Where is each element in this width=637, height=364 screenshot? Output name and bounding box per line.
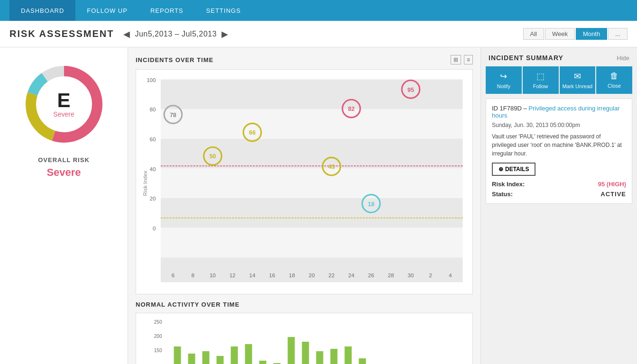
svg-rect-59 — [359, 358, 366, 364]
details-btn-label: DETAILS — [505, 166, 529, 173]
svg-rect-9 — [161, 198, 463, 228]
follow-button[interactable]: ⬚ Follow — [523, 66, 559, 94]
svg-text:2: 2 — [429, 273, 432, 278]
status-row: Status: ACTIVE — [492, 191, 626, 198]
svg-rect-50 — [231, 346, 238, 364]
svg-text:4: 4 — [449, 273, 452, 278]
svg-text:12: 12 — [230, 273, 236, 278]
risk-index-row: Risk Index: 95 (HIGH) — [492, 181, 626, 188]
follow-icon: ⬚ — [536, 71, 545, 82]
period-more[interactable]: ... — [608, 28, 628, 40]
status-value: ACTIVE — [600, 191, 626, 198]
incidents-title: INCIDENTS OVER TIME — [136, 56, 213, 64]
svg-rect-54 — [288, 337, 295, 364]
period-all[interactable]: All — [523, 28, 544, 40]
main-content: E Severe OVERALL RISK Severe INCIDENTS O… — [0, 47, 637, 364]
svg-rect-49 — [217, 356, 224, 364]
next-date-button[interactable]: ▶ — [222, 29, 228, 39]
normal-activity-section-title: NORMAL ACTIVITY OVER TIME — [136, 301, 473, 308]
svg-text:20: 20 — [309, 273, 315, 278]
svg-text:60: 60 — [150, 136, 156, 142]
hide-link[interactable]: Hide — [617, 55, 629, 62]
svg-rect-52 — [259, 361, 267, 364]
svg-text:Risk Index: Risk Index — [142, 171, 148, 196]
header-bar: RISK ASSESSMENT ◀ Jun5,2013 – Jul5,2013 … — [0, 21, 637, 47]
right-panel: INCIDENT SUMMARY Hide ↪ Notify ⬚ Follow … — [480, 47, 637, 364]
svg-rect-7 — [161, 139, 463, 169]
svg-text:43: 43 — [328, 164, 335, 170]
nav-followup[interactable]: FOLLOW UP — [75, 0, 139, 21]
svg-text:26: 26 — [368, 273, 374, 278]
svg-text:8: 8 — [191, 273, 194, 278]
mark-unread-button[interactable]: ✉ Mark Unread — [560, 66, 596, 94]
plus-icon: ⊕ — [499, 166, 503, 173]
chart-icon-buttons: ⊞ ≡ — [451, 55, 473, 64]
details-button[interactable]: ⊕ DETAILS — [492, 163, 535, 176]
svg-rect-47 — [188, 354, 195, 364]
svg-text:250: 250 — [154, 319, 162, 325]
mark-unread-icon: ✉ — [574, 71, 581, 82]
normal-activity-chart-box: 250 200 150 0 — [136, 313, 473, 364]
svg-text:200: 200 — [154, 334, 162, 339]
date-range: Jun5,2013 – Jul5,2013 — [135, 30, 216, 38]
svg-rect-51 — [245, 344, 252, 364]
incident-id: ID 1F789D – Privileged access during irr… — [492, 105, 626, 119]
date-navigation: ◀ Jun5,2013 – Jul5,2013 ▶ — [123, 29, 228, 39]
overall-risk-value: Severe — [46, 166, 81, 179]
normal-activity-title: NORMAL ACTIVITY OVER TIME — [136, 301, 240, 308]
notify-button[interactable]: ↪ Notify — [486, 66, 522, 94]
svg-text:18: 18 — [289, 273, 295, 278]
close-label: Close — [608, 83, 621, 89]
period-week[interactable]: Week — [545, 28, 575, 40]
svg-rect-46 — [174, 346, 181, 364]
risk-sublabel: Severe — [53, 110, 74, 118]
nav-dashboard[interactable]: DASHBOARD — [9, 0, 75, 21]
risk-grade: E — [53, 91, 74, 110]
svg-text:100: 100 — [147, 77, 156, 83]
overall-risk-label: OVERALL RISK — [38, 156, 90, 164]
close-button[interactable]: 🗑 Close — [596, 66, 632, 94]
svg-rect-58 — [345, 346, 352, 364]
svg-text:22: 22 — [329, 273, 335, 278]
center-panel: INCIDENTS OVER TIME ⊞ ≡ 100 — [128, 47, 480, 364]
period-buttons: All Week Month ... — [523, 28, 628, 40]
chart-view-list[interactable]: ≡ — [464, 55, 473, 64]
incident-summary-title: INCIDENT SUMMARY — [489, 54, 563, 62]
donut-center: E Severe — [53, 91, 74, 118]
notify-label: Notify — [497, 83, 510, 89]
incidents-scatter-chart: 100 80 60 40 20 0 Risk Index 6 8 10 12 1… — [141, 74, 468, 287]
risk-index-label: Risk Index: — [492, 181, 525, 188]
svg-rect-10 — [161, 228, 463, 258]
normal-activity-bar-chart: 250 200 150 0 — [141, 318, 468, 364]
incidents-chart-box: 100 80 60 40 20 0 Risk Index 6 8 10 12 1… — [136, 69, 473, 294]
svg-text:20: 20 — [150, 196, 156, 201]
svg-text:78: 78 — [170, 112, 176, 118]
svg-text:50: 50 — [209, 153, 216, 160]
svg-text:150: 150 — [154, 348, 162, 353]
nav-reports[interactable]: REPORTS — [139, 0, 195, 21]
follow-label: Follow — [533, 83, 548, 89]
incident-id-prefix: ID 1F789D – — [492, 105, 528, 112]
period-month[interactable]: Month — [576, 28, 607, 40]
svg-text:40: 40 — [150, 166, 156, 172]
incident-details: ID 1F789D – Privileged access during irr… — [486, 99, 632, 204]
svg-text:95: 95 — [407, 87, 414, 93]
svg-text:18: 18 — [368, 201, 374, 208]
page-title: RISK ASSESSMENT — [9, 28, 114, 39]
svg-text:28: 28 — [388, 273, 394, 278]
chart-view-scatter[interactable]: ⊞ — [451, 55, 461, 64]
svg-rect-8 — [161, 168, 463, 198]
svg-rect-57 — [331, 349, 338, 364]
incidents-section-title: INCIDENTS OVER TIME ⊞ ≡ — [136, 55, 473, 64]
svg-text:66: 66 — [249, 129, 256, 136]
prev-date-button[interactable]: ◀ — [123, 29, 130, 39]
svg-text:16: 16 — [269, 273, 275, 278]
svg-text:80: 80 — [150, 107, 156, 112]
incident-summary-header: INCIDENT SUMMARY Hide — [481, 47, 637, 66]
risk-index-value: 95 (HIGH) — [598, 181, 626, 188]
svg-text:10: 10 — [210, 273, 216, 278]
svg-text:82: 82 — [348, 106, 355, 112]
nav-settings[interactable]: SETTINGS — [195, 0, 252, 21]
svg-rect-6 — [161, 109, 463, 139]
svg-text:6: 6 — [172, 273, 175, 278]
